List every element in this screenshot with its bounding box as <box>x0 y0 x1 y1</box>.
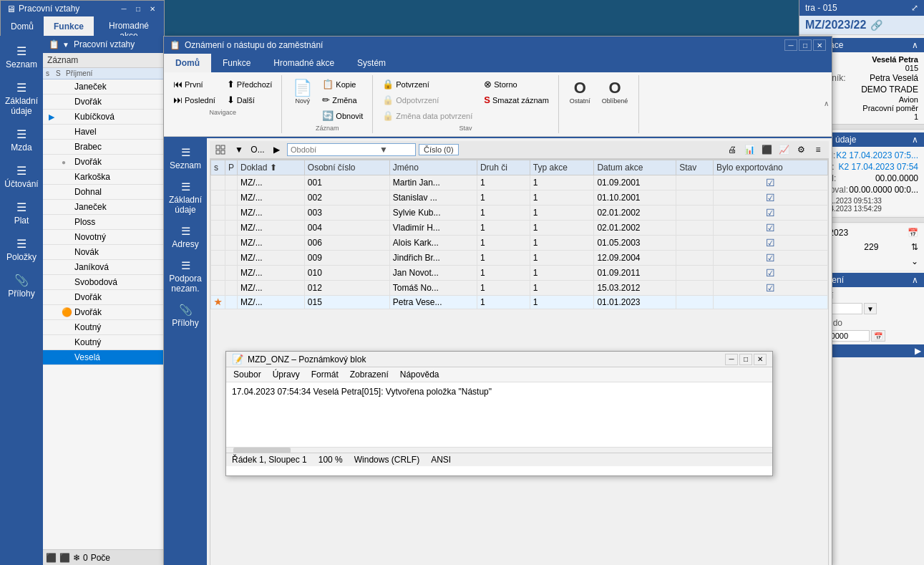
modal-tab-system[interactable]: Systém <box>346 54 397 72</box>
table-row-current[interactable]: ★ MZ/... 015 Petra Vese... 1 1 01.01.202… <box>211 296 828 309</box>
modal-tab-funkce[interactable]: Funkce <box>211 54 262 72</box>
btn-novy[interactable]: 📄 Nový <box>288 77 317 107</box>
th-osobni[interactable]: Osobní číslo <box>304 160 389 175</box>
menu-napoveda[interactable]: Nápověda <box>399 369 441 380</box>
chart-icon-btn[interactable]: 📊 <box>741 143 757 157</box>
tab-funkce-main[interactable]: Funkce <box>44 16 94 37</box>
th-druh[interactable]: Druh či <box>477 160 530 175</box>
document-link-icon[interactable]: 🔗 <box>870 19 882 31</box>
order-icon-btn[interactable]: O... <box>250 143 266 157</box>
table-row[interactable]: MZ/... 010 Jan Novot... 1 1 01.09.2011 ☑ <box>211 266 828 281</box>
btn-next[interactable]: ⬇ Další <box>223 92 276 107</box>
list-item[interactable]: Koutný <box>43 320 164 335</box>
list-item[interactable]: Janeček <box>43 79 164 95</box>
modal-nav-prilohy[interactable]: 📎 Přílohy <box>165 300 205 332</box>
collapse-icon-nastaveni[interactable]: ∧ <box>912 275 918 285</box>
menu-upravy[interactable]: Úpravy <box>271 369 301 380</box>
table-row[interactable]: MZ/... 003 Sylvie Kub... 1 1 02.01.2002 … <box>211 206 828 221</box>
tab-hromadne-main[interactable]: Hromadné akce <box>94 16 164 37</box>
bottom-nav-next[interactable]: ▶ <box>915 346 921 356</box>
list-item[interactable]: Dvořák <box>43 95 164 110</box>
datum-do-calendar-btn[interactable]: 📅 <box>871 330 885 342</box>
hscroll-thumb[interactable] <box>233 448 291 453</box>
modal-maximize-btn[interactable]: □ <box>799 39 812 51</box>
period-adjust-icon[interactable]: ⇅ <box>911 242 918 252</box>
modal-nav-seznam[interactable]: ☰ Seznam <box>165 143 205 174</box>
list-item[interactable]: 🟠 Dvořák <box>43 305 164 320</box>
list-item[interactable]: Dohnal <box>43 185 164 200</box>
print-icon-btn[interactable]: 🖨 <box>724 143 740 157</box>
nav-item-prilohy[interactable]: 📎 Přílohy <box>1 269 42 303</box>
list-item-vesela[interactable]: ● Veselá <box>43 350 164 365</box>
th-stav[interactable]: Stav <box>676 160 714 175</box>
btn-first[interactable]: ⏮ První <box>170 77 219 92</box>
btn-last[interactable]: ⏭ Poslední <box>170 92 219 107</box>
nav-item-mzda[interactable]: ☰ Mzda <box>1 123 42 157</box>
calendar-icon[interactable]: 📅 <box>908 228 918 238</box>
modal-close-btn[interactable]: ✕ <box>813 39 826 51</box>
filter-input[interactable] <box>291 145 376 154</box>
table-row[interactable]: MZ/... 012 Tomáš No... 1 1 15.03.2012 ☑ <box>211 281 828 296</box>
nav-item-plat[interactable]: ☰ Plat <box>1 196 42 230</box>
menu-zobrazeni[interactable]: Zobrazení <box>349 369 390 380</box>
tab-domu-main[interactable]: Domů <box>1 16 44 37</box>
list-item[interactable]: ● Dvořák <box>43 155 164 170</box>
snowflake-icon-main[interactable]: ❄ <box>73 553 80 563</box>
modal-nav-zakladni[interactable]: ☰ Základní údaje <box>165 177 205 218</box>
settings-icon-btn[interactable]: ⚙ <box>793 143 809 157</box>
obdobi-dropdown-btn[interactable]: ▼ <box>864 303 877 314</box>
table-row[interactable]: MZ/... 001 Martin Jan... 1 1 01.09.2001 … <box>211 175 828 190</box>
btn-prev[interactable]: ⬆ Předchozí <box>223 77 276 92</box>
th-exported[interactable]: Bylo exportováno <box>714 160 828 175</box>
th-jmeno[interactable]: Jméno <box>389 160 477 175</box>
btn-smazat[interactable]: S Smazat záznam <box>480 92 553 107</box>
list-item[interactable]: Karkoška <box>43 170 164 185</box>
filter-icon-main[interactable]: ⬛ <box>46 553 57 563</box>
modal-nav-podpora[interactable]: ☰ Podpora nezam. <box>165 256 205 297</box>
list-item[interactable]: Janíková <box>43 260 164 275</box>
list-item[interactable]: Koutný <box>43 335 164 350</box>
modal-minimize-btn[interactable]: ─ <box>784 39 797 51</box>
table-row[interactable]: MZ/... 004 Vladimír H... 1 1 02.01.2002 … <box>211 221 828 236</box>
filter-icon2-main[interactable]: ⬛ <box>59 553 70 563</box>
btn-ostatni[interactable]: O Ostatní <box>565 77 595 107</box>
graph-icon-btn[interactable]: 📈 <box>776 143 792 157</box>
minimize-button[interactable]: ─ <box>118 4 130 14</box>
collapse-icon-informace[interactable]: ∧ <box>912 40 918 50</box>
arrow-btn[interactable]: ▶ <box>268 143 284 157</box>
list-item[interactable]: Dvořák <box>43 290 164 305</box>
list-item[interactable]: Novák <box>43 245 164 260</box>
menu-soubor[interactable]: Soubor <box>232 369 263 380</box>
collapse-icon-ostatni[interactable]: ∧ <box>912 135 918 145</box>
close-button[interactable]: ✕ <box>147 4 158 14</box>
table-row[interactable]: MZ/... 002 Stanislav ... 1 1 01.10.2001 … <box>211 190 828 206</box>
modal-tab-hromadne[interactable]: Hromadné akce <box>262 54 346 72</box>
th-typ[interactable]: Typ akce <box>530 160 594 175</box>
btn-zmena[interactable]: ✏ Změna <box>318 92 366 107</box>
obdobi2-dropdown-icon[interactable]: ⌄ <box>911 256 918 266</box>
notepad-close-btn[interactable]: ✕ <box>754 354 767 365</box>
th-datum[interactable]: Datum akce <box>594 160 676 175</box>
modal-nav-adresy[interactable]: ☰ Adresy <box>165 221 205 253</box>
table-row[interactable]: MZ/... 006 Alois Kark... 1 1 01.05.2003 … <box>211 236 828 251</box>
more-icon-btn[interactable]: ≡ <box>810 143 826 157</box>
list-item[interactable]: Novotný <box>43 230 164 245</box>
th-doklad[interactable]: Doklad ⬆ <box>238 160 305 175</box>
filter-dropdown-icon[interactable]: ▼ <box>379 145 388 155</box>
list-item[interactable]: Janeček <box>43 200 164 215</box>
btn-storno[interactable]: ⊗ Storno <box>480 77 553 92</box>
nav-item-zakladni[interactable]: ☰ Základní údaje <box>1 77 42 120</box>
expand-col-btn[interactable]: ▼ <box>231 143 247 157</box>
notepad-maximize-btn[interactable]: □ <box>739 354 752 365</box>
nav-item-uctovani[interactable]: ☰ Účtování <box>1 160 42 193</box>
list-item[interactable]: Brabec <box>43 140 164 155</box>
menu-format[interactable]: Formát <box>310 369 340 380</box>
list-item[interactable]: Havel <box>43 125 164 140</box>
nav-item-polozky[interactable]: ☰ Položky <box>1 233 42 266</box>
maximize-button[interactable]: □ <box>132 4 144 14</box>
btn-kopie[interactable]: 📋 Kopie <box>318 77 366 92</box>
right-panel-expand-btn[interactable]: ⤢ <box>911 3 918 13</box>
table-grid-icon-btn[interactable] <box>213 143 228 157</box>
notepad-content-area[interactable]: 17.04.2023 07:54:34 Veselá Petra[015]: V… <box>226 382 772 447</box>
modal-tab-domu[interactable]: Domů <box>164 54 211 72</box>
